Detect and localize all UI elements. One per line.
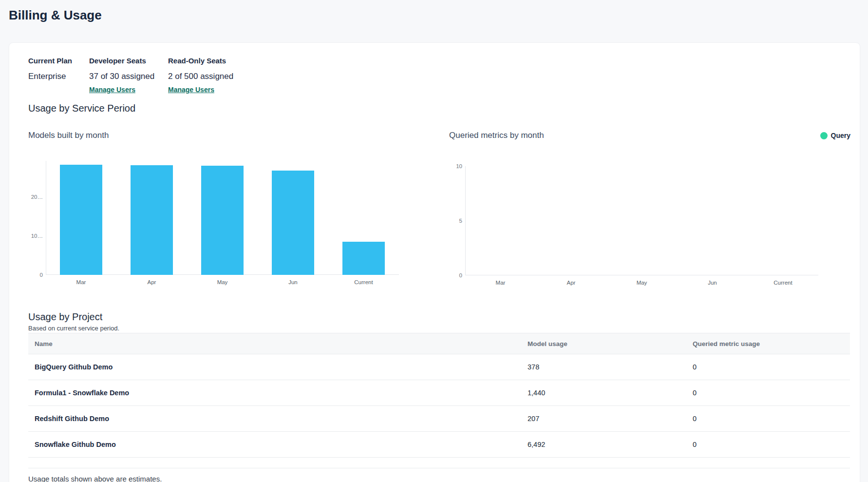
models-built-chart: Models built by month 010…20…MarAprMayJu… <box>28 131 424 291</box>
x-axis-tick-label: Mar <box>479 279 523 287</box>
legend-query-label: Query <box>831 132 850 139</box>
manage-users-link-readonly[interactable]: Manage Users <box>168 86 214 94</box>
x-axis-tick-label: Jun <box>691 279 735 287</box>
chart-legend: Query <box>820 131 850 140</box>
queried-metrics-plot-area <box>465 166 818 275</box>
table-row: Redshift Github Demo 207 0 <box>28 406 850 432</box>
x-axis-tick-label: Apr <box>130 278 174 286</box>
page-title: Billing & Usage <box>9 8 102 23</box>
developer-seats-label: Developer Seats <box>89 57 168 65</box>
queried-metric-usage-value: 0 <box>693 363 850 371</box>
bar-current <box>342 242 385 275</box>
x-axis-tick-label: May <box>201 278 245 286</box>
current-plan-column: Current Plan Enterprise <box>28 57 89 94</box>
y-axis-tick-label: 10 <box>445 162 462 170</box>
model-usage-value: 6,492 <box>528 441 693 448</box>
usage-estimates-note: Usage totals shown above are estimates. <box>28 475 162 482</box>
models-built-chart-title: Models built by month <box>28 131 424 140</box>
queried-metrics-chart-title: Queried metrics by month <box>449 131 850 140</box>
x-axis-tick-label: Jun <box>271 278 315 286</box>
queried-metrics-chart: Queried metrics by month Query 0510MarAp… <box>449 131 850 291</box>
y-axis-tick-label: 5 <box>445 217 462 225</box>
usage-by-service-period-heading: Usage by Service Period <box>28 103 135 114</box>
x-axis-tick-label: Current <box>342 278 386 286</box>
developer-seats-value: 37 of 30 assigned <box>89 72 168 81</box>
y-axis-tick-label: 10… <box>25 232 43 240</box>
queried-metric-usage-value: 0 <box>693 415 850 423</box>
current-plan-value: Enterprise <box>28 72 89 81</box>
table-row: Snowflake Github Demo 6,492 0 <box>28 432 850 458</box>
readonly-seats-label: Read-Only Seats <box>168 57 233 65</box>
bar-may <box>201 166 244 275</box>
manage-users-link-developer[interactable]: Manage Users <box>89 86 135 94</box>
readonly-seats-column: Read-Only Seats 2 of 500 assigned Manage… <box>168 57 233 94</box>
model-usage-value: 1,440 <box>528 389 693 397</box>
model-usage-value: 378 <box>528 363 693 371</box>
queried-metric-usage-value: 0 <box>693 389 850 397</box>
column-header-queried-metric-usage: Queried metric usage <box>693 340 850 347</box>
bar-apr <box>131 165 173 275</box>
developer-seats-column: Developer Seats 37 of 30 assigned Manage… <box>89 57 168 94</box>
x-axis-tick-label: Apr <box>549 279 593 287</box>
project-name: Redshift Github Demo <box>28 415 528 423</box>
usage-by-project-table: Name Model usage Queried metric usage Bi… <box>28 333 850 458</box>
column-header-name: Name <box>28 340 528 347</box>
x-axis-tick-label: Current <box>761 279 805 287</box>
current-plan-label: Current Plan <box>28 57 89 65</box>
usage-by-project-subtitle: Based on current service period. <box>28 325 119 332</box>
project-name: BigQuery Github Demo <box>28 363 528 371</box>
table-header-row: Name Model usage Queried metric usage <box>28 333 850 354</box>
plan-summary-row: Current Plan Enterprise Developer Seats … <box>28 57 233 94</box>
y-axis-tick-label: 0 <box>25 271 43 279</box>
model-usage-value: 207 <box>528 415 693 423</box>
table-row: BigQuery Github Demo 378 0 <box>28 354 850 380</box>
project-name: Snowflake Github Demo <box>28 441 528 448</box>
footer-divider <box>28 468 850 468</box>
queried-metric-usage-value: 0 <box>693 441 850 448</box>
x-axis-tick-label: Mar <box>59 278 103 286</box>
usage-by-project-heading: Usage by Project <box>28 311 102 323</box>
project-name: Formula1 - Snowflake Demo <box>28 389 528 397</box>
x-axis-tick-label: May <box>620 279 664 287</box>
billing-card: Current Plan Enterprise Developer Seats … <box>9 43 860 482</box>
y-axis-tick-label: 0 <box>445 271 462 279</box>
readonly-seats-value: 2 of 500 assigned <box>168 72 233 81</box>
y-axis-tick-label: 20… <box>25 193 43 201</box>
table-row: Formula1 - Snowflake Demo 1,440 0 <box>28 380 850 406</box>
column-header-model-usage: Model usage <box>528 340 693 347</box>
legend-query-dot <box>820 132 828 139</box>
bar-jun <box>272 171 314 275</box>
bar-mar <box>60 165 102 275</box>
